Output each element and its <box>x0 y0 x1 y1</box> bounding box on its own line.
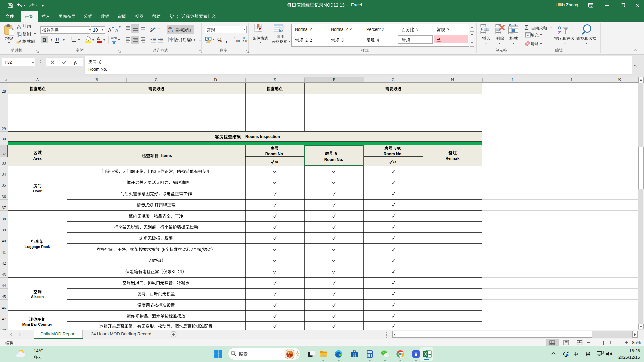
svg-text:.00: .00 <box>235 39 240 42</box>
svg-text:c: c <box>168 29 170 33</box>
svg-text:Z: Z <box>558 29 561 35</box>
svg-text:.0: .0 <box>244 39 247 42</box>
svg-text:ab: ab <box>150 26 155 33</box>
